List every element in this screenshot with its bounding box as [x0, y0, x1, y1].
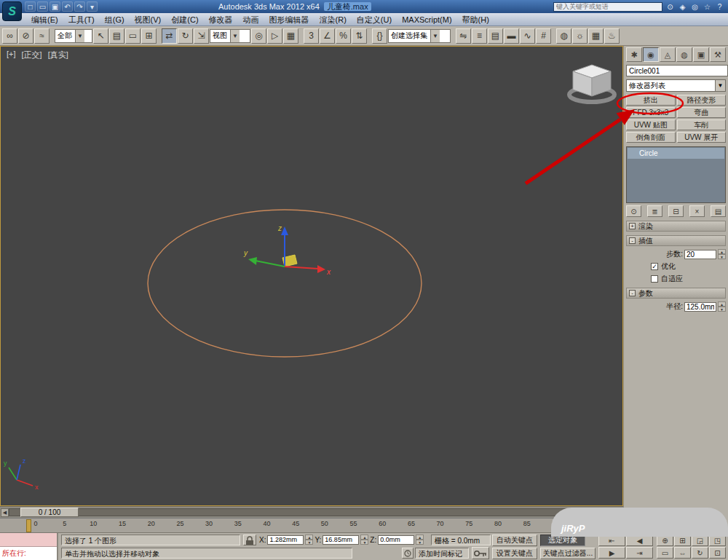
- rollout-collapse-icon[interactable]: -: [629, 290, 636, 296]
- time-slider-track[interactable]: [9, 508, 614, 516]
- align-icon[interactable]: ≡: [472, 28, 487, 44]
- search-icon[interactable]: ⊙: [665, 1, 676, 12]
- y-coordinate-field[interactable]: [323, 535, 359, 545]
- unlink-selection-icon[interactable]: ⊘: [18, 28, 33, 44]
- open-file-icon[interactable]: ▭: [37, 1, 48, 12]
- modifier-button[interactable]: UVW 展开: [677, 132, 727, 143]
- render-production-icon[interactable]: ♨: [604, 28, 620, 44]
- schematic-view-icon[interactable]: #: [536, 28, 551, 44]
- select-and-link-icon[interactable]: ∞: [2, 28, 17, 44]
- track-bar[interactable]: 0510152025303540455055606570758085909510…: [0, 518, 623, 532]
- bind-to-space-warp-icon[interactable]: ≈: [34, 28, 50, 44]
- angle-snap-icon[interactable]: ∠: [320, 28, 335, 44]
- keyboard-override-icon[interactable]: ▦: [283, 28, 298, 44]
- show-end-result-icon[interactable]: ≣: [647, 205, 662, 217]
- modifier-list-dropdown[interactable]: 修改器列表 ▼: [626, 79, 726, 92]
- save-file-icon[interactable]: ▣: [50, 1, 60, 12]
- spinner-snap-icon[interactable]: ⇅: [352, 28, 367, 44]
- modifier-button[interactable]: 弯曲: [677, 107, 727, 118]
- maximize-viewport-icon[interactable]: ⊡: [709, 547, 726, 559]
- key-filters-button[interactable]: 关键点过滤器...: [540, 548, 596, 559]
- selection-lock-toggle[interactable]: [243, 535, 256, 545]
- new-file-icon[interactable]: □: [25, 1, 36, 12]
- orbit-icon[interactable]: ↻: [692, 547, 708, 559]
- communication-center-icon[interactable]: ◎: [689, 1, 700, 12]
- set-key-button[interactable]: [472, 547, 489, 559]
- play-icon[interactable]: ▶: [598, 547, 625, 559]
- viewport[interactable]: [+] [正交] [真实] x: [0, 46, 623, 506]
- modifier-button[interactable]: 倒角剖面: [626, 132, 676, 143]
- undo-icon[interactable]: ↶: [62, 1, 73, 12]
- pin-stack-icon[interactable]: ⊙: [626, 205, 641, 217]
- redo-icon[interactable]: ↷: [74, 1, 85, 12]
- create-tab-icon[interactable]: ✱: [626, 47, 642, 62]
- named-selection-sets-dropdown[interactable]: 创建选择集 ▼: [388, 29, 451, 43]
- 3dsmax-logo-button[interactable]: S: [2, 1, 22, 21]
- select-and-rotate-icon[interactable]: ↻: [178, 28, 193, 44]
- spinner-down-icon[interactable]: ▼: [718, 254, 726, 259]
- menu-item[interactable]: MAXScript(M): [397, 13, 456, 26]
- edit-named-selections-icon[interactable]: {}: [372, 28, 387, 44]
- zoom-region-icon[interactable]: ▭: [657, 547, 673, 559]
- maxscript-mini-listener[interactable]: 所在行:: [0, 533, 58, 560]
- move-gizmo[interactable]: x y z: [243, 224, 331, 276]
- z-coordinate-field[interactable]: [378, 535, 414, 545]
- curve-editor-icon[interactable]: ∿: [520, 28, 535, 44]
- viewcube[interactable]: [569, 65, 614, 102]
- remove-modifier-icon[interactable]: ×: [689, 205, 705, 217]
- rollout-render[interactable]: + 渲染: [626, 221, 726, 232]
- snap-toggle-3d-icon[interactable]: 3: [304, 28, 319, 44]
- set-key-mode-button[interactable]: 设置关键点: [492, 548, 537, 559]
- goto-end-icon[interactable]: ⇥: [626, 547, 653, 559]
- prev-frame-arrow-icon[interactable]: ◀: [1, 508, 9, 517]
- favorites-icon[interactable]: ☆: [702, 1, 713, 12]
- rendered-frame-icon[interactable]: ▦: [588, 28, 604, 44]
- rollout-parameters[interactable]: - 参数: [626, 288, 726, 299]
- viewport-pov-menu[interactable]: [正交]: [22, 50, 42, 60]
- mirror-icon[interactable]: ⇋: [456, 28, 471, 44]
- rollout-interpolation[interactable]: - 插值: [626, 235, 726, 246]
- material-editor-icon[interactable]: ◍: [556, 28, 571, 44]
- object-name-field[interactable]: [626, 65, 728, 76]
- spinner-up-icon[interactable]: ▲: [718, 249, 726, 254]
- viewport-general-menu[interactable]: [+]: [7, 50, 16, 60]
- modifier-button[interactable]: FFD 3x3x3: [626, 107, 676, 118]
- select-and-manipulate-icon[interactable]: ▷: [267, 28, 282, 44]
- window-crossing-icon[interactable]: ⊞: [141, 28, 157, 44]
- menu-item[interactable]: 组(G): [100, 13, 130, 26]
- adaptive-checkbox[interactable]: [651, 275, 658, 283]
- modify-tab-icon[interactable]: ◉: [643, 47, 659, 62]
- motion-tab-icon[interactable]: ◍: [676, 47, 692, 62]
- menu-item[interactable]: 修改器: [204, 13, 238, 26]
- utilities-tab-icon[interactable]: ⚒: [710, 47, 726, 62]
- menu-item[interactable]: 动画: [238, 13, 264, 26]
- render-setup-icon[interactable]: ☼: [572, 28, 587, 44]
- project-menu-icon[interactable]: ▾: [87, 1, 98, 12]
- menu-item[interactable]: 自定义(U): [352, 13, 397, 26]
- radius-spinner[interactable]: ▲▼: [718, 301, 726, 312]
- y-spinner[interactable]: ▲▼: [360, 535, 368, 545]
- menu-item[interactable]: 图形编辑器: [264, 13, 314, 26]
- modifier-button[interactable]: 路径变形: [677, 95, 727, 106]
- menu-item[interactable]: 渲染(R): [314, 13, 352, 26]
- selection-filter-dropdown[interactable]: 全部 ▼: [55, 29, 92, 43]
- percent-snap-icon[interactable]: %: [336, 28, 351, 44]
- modifier-button[interactable]: 挤出: [626, 95, 676, 106]
- select-and-move-icon[interactable]: ⇄: [162, 28, 177, 44]
- select-and-scale-icon[interactable]: ⇲: [194, 28, 209, 44]
- menu-item[interactable]: 工具(T): [63, 13, 100, 26]
- steps-spinner[interactable]: ▲▼: [718, 249, 726, 259]
- display-tab-icon[interactable]: ▣: [693, 47, 709, 62]
- listener-script-row[interactable]: 所在行:: [0, 547, 57, 560]
- steps-field[interactable]: [684, 250, 716, 259]
- menu-item[interactable]: 创建(C): [166, 13, 203, 26]
- spinner-up-icon[interactable]: ▲: [718, 301, 726, 307]
- z-spinner[interactable]: ▲▼: [416, 535, 424, 545]
- menu-item[interactable]: 视图(V): [130, 13, 167, 26]
- viewport-canvas[interactable]: x y z x y z: [1, 47, 622, 505]
- reference-coordinate-dropdown[interactable]: 视图 ▼: [210, 29, 250, 43]
- radius-field[interactable]: [684, 302, 716, 312]
- rollout-expand-icon[interactable]: +: [629, 223, 636, 229]
- x-coordinate-field[interactable]: [267, 535, 304, 545]
- spinner-down-icon[interactable]: ▼: [718, 307, 726, 312]
